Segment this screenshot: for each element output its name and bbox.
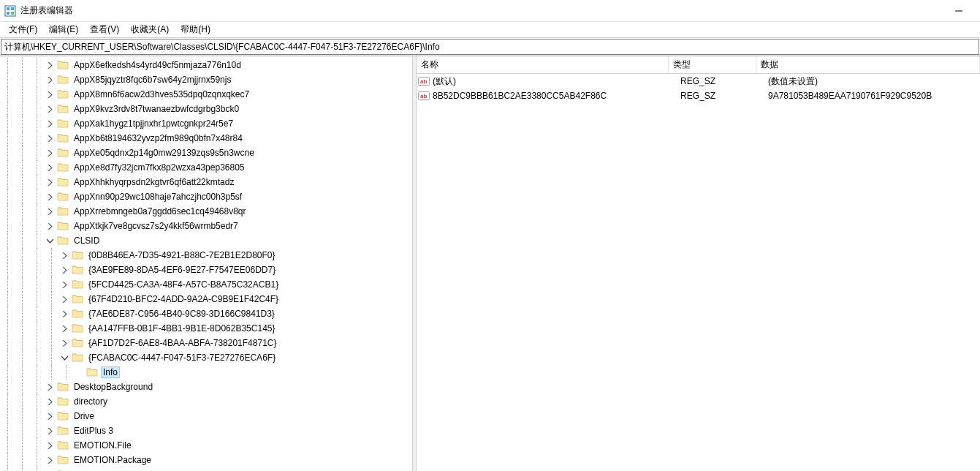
- expand-icon[interactable]: [44, 191, 56, 203]
- tree-node-label[interactable]: {AA147FFB-0B1F-4BB1-9B1E-8D062B35C145}: [86, 323, 278, 334]
- expand-icon[interactable]: [44, 74, 56, 86]
- tree-node-label[interactable]: AppXrrebmngeb0a7ggdd6sec1cq49468v8qr: [72, 206, 248, 217]
- tree-node[interactable]: AppXb6t8194632yvzp2fm989q0bfn7x48r84: [0, 131, 412, 146]
- tree-node[interactable]: {3AE9FE89-8DA5-4EF6-9E27-F7547EE06DD7}: [0, 263, 412, 277]
- expand-icon[interactable]: [58, 308, 70, 320]
- tree-node[interactable]: EMOTION.Package: [0, 453, 412, 467]
- expand-icon[interactable]: [58, 323, 70, 334]
- expand-icon[interactable]: [44, 381, 56, 393]
- tree-node-label[interactable]: EMOTION.Package: [72, 454, 153, 466]
- tree-node[interactable]: AppXe05qdnx2p14g0mw29139zqs9s5n3wcne: [0, 146, 412, 160]
- tree-node-label[interactable]: AppXnn90p29wc108haje7ahczjhc00h3p5sf: [72, 191, 244, 203]
- value-row[interactable]: 8B52DC9BBB61BC2AE3380CC5AB42F86CREG_SZ9A…: [417, 88, 980, 103]
- column-header-type[interactable]: 类型: [669, 56, 756, 73]
- minimize-button[interactable]: [942, 1, 976, 21]
- tree-node[interactable]: AppX8mn6f6acw2d3hves535dpq0zqnxqkec7: [0, 87, 412, 102]
- tree-node[interactable]: EMOTION.File: [0, 438, 412, 453]
- folder-icon: [72, 323, 83, 334]
- tree-node[interactable]: directory: [0, 394, 412, 409]
- expand-icon[interactable]: [58, 337, 70, 349]
- tree-node-label[interactable]: AppXb6t8194632yvzp2fm989q0bfn7x48r84: [72, 132, 245, 144]
- tree-node-label[interactable]: {67F4D210-BFC2-4ADD-9A2A-C9B9E1F42C4F}: [86, 293, 281, 305]
- tree-node-label[interactable]: {FCABAC0C-4447-F047-51F3-7E27276ECA6F}: [86, 352, 278, 363]
- tree-node[interactable]: {FCABAC0C-4447-F047-51F3-7E27276ECA6F}: [0, 350, 412, 365]
- tree-node[interactable]: {7AE6DE87-C956-4B40-9C89-3D166C9841D3}: [0, 306, 412, 321]
- expand-icon[interactable]: [44, 118, 56, 129]
- tree-node[interactable]: {67F4D210-BFC2-4ADD-9A2A-C9B9E1F42C4F}: [0, 292, 412, 306]
- tree-node-label[interactable]: Info: [101, 366, 120, 378]
- tree-node[interactable]: AppXtkjk7ve8gcvsz7s2y4kkf56wrmb5edr7: [0, 219, 412, 233]
- expand-icon[interactable]: [44, 176, 56, 188]
- tree-node-label[interactable]: {5FCD4425-CA3A-48F4-A57C-B8A75C32ACB1}: [86, 279, 281, 290]
- tree-node[interactable]: AppX6efkedsh4s4yrd49cf5nmjaza776n10d: [0, 58, 412, 72]
- tree-node-label[interactable]: CLSID: [72, 235, 102, 246]
- menu-edit[interactable]: 编辑(E): [43, 22, 84, 37]
- tree-node-label[interactable]: {3AE9FE89-8DA5-4EF6-9E27-F7547EE06DD7}: [86, 264, 278, 276]
- tree-node[interactable]: {AF1D7D2F-6AE8-4BAA-ABFA-738201F4871C}: [0, 336, 412, 350]
- tree-node-label[interactable]: EditPlus 3: [72, 425, 115, 437]
- tree-node[interactable]: {AA147FFB-0B1F-4BB1-9B1E-8D062B35C145}: [0, 321, 412, 336]
- tree-node-label[interactable]: AppX6efkedsh4s4yrd49cf5nmjaza776n10d: [72, 59, 243, 71]
- tree-node[interactable]: AppXhhkhyqrpsdn2kgtvr6qf6att22kmtadz: [0, 175, 412, 189]
- expand-icon[interactable]: [44, 59, 56, 71]
- collapse-icon[interactable]: [44, 235, 56, 246]
- tree-node-label[interactable]: DesktopBackground: [72, 381, 155, 393]
- expand-icon[interactable]: [44, 206, 56, 217]
- expand-icon[interactable]: [44, 147, 56, 159]
- expand-icon[interactable]: [44, 454, 56, 466]
- expand-icon[interactable]: [44, 425, 56, 437]
- column-header-data[interactable]: 数据: [756, 56, 980, 73]
- tree-node-label[interactable]: {7AE6DE87-C956-4B40-9C89-3D166C9841D3}: [86, 308, 277, 320]
- expand-icon[interactable]: [44, 88, 56, 100]
- expand-icon[interactable]: [44, 220, 56, 232]
- string-value-icon: [418, 90, 430, 102]
- tree-node[interactable]: AppX85jqyztr8fqc6b7sw64y2mjjrnx59njs: [0, 72, 412, 87]
- folder-icon: [57, 396, 69, 407]
- tree-node[interactable]: {0D8B46EA-7D35-4921-B88C-7E2B1E2D80F0}: [0, 248, 412, 263]
- tree-node-label[interactable]: AppX9kvz3rdv8t7twanaezbwfcdgrbg3bck0: [72, 103, 241, 115]
- tree-node[interactable]: CLSID: [0, 233, 412, 248]
- tree-node-label[interactable]: AppXe8d7fy32jcm7fkx8p2wzxa43pep36805: [72, 162, 247, 173]
- tree-node-label[interactable]: {0D8B46EA-7D35-4921-B88C-7E2B1E2D80F0}: [86, 249, 278, 261]
- tree-node[interactable]: AppXnn90p29wc108haje7ahczjhc00h3p5sf: [0, 189, 412, 204]
- expand-icon[interactable]: [44, 132, 56, 144]
- expand-icon[interactable]: [58, 293, 70, 305]
- expand-icon[interactable]: [44, 162, 56, 173]
- tree-node[interactable]: AppXe8d7fy32jcm7fkx8p2wzxa43pep36805: [0, 160, 412, 175]
- tree-node-label[interactable]: {AF1D7D2F-6AE8-4BAA-ABFA-738201F4871C}: [86, 337, 278, 349]
- tree-node-label[interactable]: AppXhhkhyqrpsdn2kgtvr6qf6att22kmtadz: [72, 176, 236, 188]
- tree-node[interactable]: Drive: [0, 409, 412, 423]
- value-row[interactable]: (默认)REG_SZ(数值未设置): [417, 74, 980, 88]
- tree-node[interactable]: AppX9kvz3rdv8t7twanaezbwfcdgrbg3bck0: [0, 102, 412, 116]
- tree-node[interactable]: EditPlus 3: [0, 423, 412, 438]
- tree-node-label[interactable]: directory: [72, 396, 110, 407]
- menu-favorites[interactable]: 收藏夹(A): [125, 22, 175, 37]
- address-bar[interactable]: 计算机\HKEY_CURRENT_USER\Software\Classes\C…: [1, 39, 979, 55]
- collapse-icon[interactable]: [58, 352, 70, 363]
- tree-node-label[interactable]: AppX8mn6f6acw2d3hves535dpq0zqnxqkec7: [72, 88, 251, 100]
- menu-help[interactable]: 帮助(H): [175, 22, 216, 37]
- expand-icon[interactable]: [58, 264, 70, 276]
- tree-node-label[interactable]: EMOTION.File: [72, 440, 134, 451]
- tree-node-label[interactable]: AppXe05qdnx2p14g0mw29139zqs9s5n3wcne: [72, 147, 257, 159]
- tree-node-label[interactable]: AppXak1hygz1tpjjnxhr1pwtcgnkpr24r5e7: [72, 118, 235, 129]
- menu-file[interactable]: 文件(F): [3, 22, 43, 37]
- expand-icon[interactable]: [58, 249, 70, 261]
- expand-icon[interactable]: [44, 440, 56, 451]
- tree-node[interactable]: {5FCD4425-CA3A-48F4-A57C-B8A75C32ACB1}: [0, 277, 412, 292]
- tree-node[interactable]: Info: [0, 365, 412, 380]
- tree-node-label[interactable]: AppX85jqyztr8fqc6b7sw64y2mjjrnx59njs: [72, 74, 233, 86]
- menu-view[interactable]: 查看(V): [84, 22, 125, 37]
- tree-node[interactable]: AppXrrebmngeb0a7ggdd6sec1cq49468v8qr: [0, 204, 412, 219]
- tree-node[interactable]: DesktopBackground: [0, 380, 412, 394]
- tree-node-label[interactable]: Drive: [72, 410, 96, 422]
- expand-icon[interactable]: [44, 410, 56, 422]
- expand-icon[interactable]: [44, 103, 56, 115]
- expand-icon[interactable]: [58, 279, 70, 290]
- tree-node[interactable]: Equation.KSEE3: [0, 467, 412, 471]
- tree-node[interactable]: AppXak1hygz1tpjjnxhr1pwtcgnkpr24r5e7: [0, 116, 412, 131]
- tree-node-label[interactable]: AppXtkjk7ve8gcvsz7s2y4kkf56wrmb5edr7: [72, 220, 240, 232]
- column-header-name[interactable]: 名称: [417, 56, 669, 73]
- tree-panel[interactable]: AppX6efkedsh4s4yrd49cf5nmjaza776n10dAppX…: [0, 56, 413, 471]
- expand-icon[interactable]: [44, 396, 56, 407]
